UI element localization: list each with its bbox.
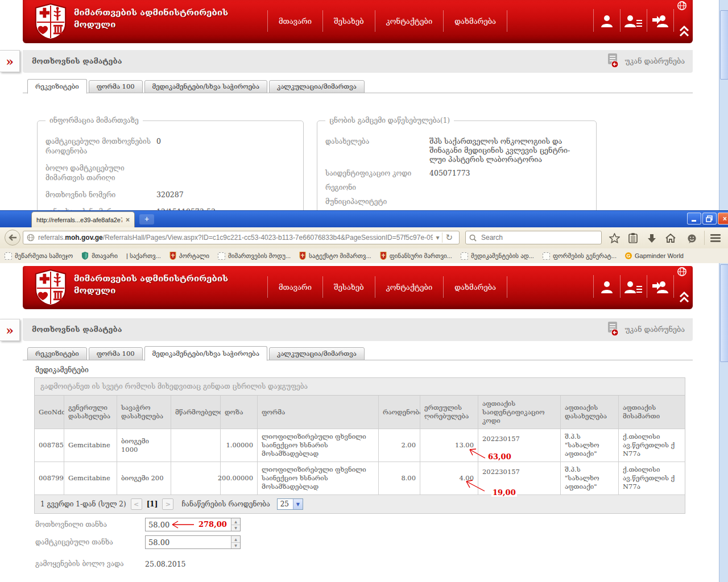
back-button[interactable]: უკან დაბრუნება — [607, 322, 685, 336]
nav-contacts[interactable]: კონტაქტები — [375, 276, 444, 298]
nav-contacts[interactable]: კონტაქტები — [375, 10, 444, 32]
globe-icon[interactable] — [676, 1, 688, 13]
spinner-control[interactable]: ▲▼ — [231, 536, 240, 548]
col-header[interactable]: დოზა — [221, 396, 258, 429]
expand-sidebar-button[interactable]: » — [0, 319, 20, 341]
bookmark-item[interactable]: მეწარმეთა სამიეჯო — [5, 252, 73, 260]
profile-icon[interactable] — [593, 275, 621, 298]
close-button[interactable]: × — [718, 213, 728, 225]
col-header[interactable]: აფთიაქის დასახელება — [561, 396, 619, 429]
col-header[interactable]: მწარმოებელი — [171, 396, 221, 429]
collapse-header-icon[interactable] — [679, 25, 690, 39]
logout-icon[interactable] — [647, 9, 674, 32]
app-title-line2: მოდული — [74, 19, 228, 31]
bookmark-item[interactable]: GGapminder World — [625, 252, 684, 259]
browser-titlebar[interactable]: http://referrals...e39-afe8afa2e732 × + … — [0, 210, 728, 228]
col-header[interactable]: ერთეულის ღირებულება — [420, 396, 478, 429]
section-bar: მოთხოვნის დამატება უკან დაბრუნება — [23, 50, 693, 73]
spin-up-icon[interactable]: ▲ — [231, 518, 240, 525]
globe-icon[interactable] — [676, 267, 688, 278]
tab-form100[interactable]: ფორმა 100 — [89, 80, 143, 93]
bookmark-star-icon[interactable] — [607, 232, 621, 244]
col-header[interactable]: სავაჭრო დასახელება — [117, 396, 171, 429]
downloads-icon[interactable] — [645, 232, 659, 244]
logout-icon[interactable] — [647, 275, 674, 298]
nav-home[interactable]: მთავარი — [267, 276, 323, 298]
pager-prev-button[interactable]: < — [131, 498, 142, 510]
user-list-icon[interactable] — [621, 9, 647, 32]
new-tab-button[interactable]: + — [139, 214, 154, 225]
table-cell: ბიოგემი 200 — [117, 462, 171, 495]
tab-content-divider — [23, 93, 693, 93]
gapminder-icon: G — [625, 252, 632, 259]
table-cell — [171, 462, 221, 495]
search-bar[interactable] — [465, 231, 602, 244]
pager-current-page[interactable]: [1] — [147, 500, 158, 508]
table-cell: 202230157 — [478, 462, 561, 495]
pager-next-button[interactable]: > — [162, 498, 173, 510]
bookmark-item[interactable]: მიმართვების მოდუ... — [218, 252, 291, 260]
moh-logo[interactable] — [33, 3, 68, 42]
approved-amount-input[interactable] — [146, 536, 231, 548]
tab-medications[interactable]: მედიკამენტები/სხვა საჭიროება — [144, 80, 267, 93]
nav-home[interactable]: მთავარი — [267, 10, 323, 32]
url-text[interactable]: referrals.moh.gov.ge/ReferralsHall/Pages… — [38, 234, 433, 242]
home-icon[interactable] — [664, 232, 677, 244]
url-bar[interactable]: referrals.moh.gov.ge/ReferralsHall/Pages… — [23, 231, 460, 244]
tab-requisites[interactable]: რეკვიზიტები — [27, 79, 87, 94]
col-header[interactable]: ფორმა — [258, 396, 379, 429]
back-nav-icon[interactable] — [5, 230, 20, 246]
page-size-select[interactable]: 25 ▼ — [277, 498, 303, 510]
spin-down-icon[interactable]: ▼ — [231, 543, 240, 549]
annotation-requested-total: 278,00 — [197, 520, 228, 529]
col-header[interactable]: რაოდენობა — [379, 396, 420, 429]
bookmark-item[interactable]: | საქართვ... — [126, 252, 161, 260]
minimize-button[interactable] — [687, 213, 701, 225]
col-header[interactable]: აფთიაქის საიდენტიფიკაციო კოდი — [478, 396, 561, 429]
page-scrollbar[interactable] — [719, 0, 728, 210]
tab-requisites[interactable]: რეკვიზიტები — [27, 347, 87, 360]
restore-button[interactable] — [702, 213, 717, 225]
page-title: მოთხოვნის დამატება — [32, 57, 122, 65]
col-header[interactable]: აფთიაქის მისამართი — [619, 396, 685, 429]
table-cell: 4.00 — [420, 462, 478, 495]
spin-down-icon[interactable]: ▼ — [231, 525, 240, 531]
bookmarks-panel-icon[interactable] — [626, 232, 640, 244]
profile-icon[interactable] — [593, 9, 621, 32]
feedback-smiley-icon[interactable] — [685, 232, 698, 244]
bookmark-item[interactable]: ფორმების გენერატ... — [543, 252, 617, 260]
user-list-icon[interactable] — [621, 275, 647, 298]
col-header[interactable]: GeoNdc — [35, 396, 64, 429]
search-input[interactable] — [480, 233, 598, 242]
tab-form100[interactable]: ფორმა 100 — [89, 347, 143, 360]
col-header[interactable]: გენერიული დასახელება — [64, 396, 117, 429]
field-label: ბოლო დამტკიცებული მიმართვის თარიღი — [46, 164, 156, 183]
tab-calculation[interactable]: კალკულაცია/მიმართვა — [269, 347, 365, 360]
site-header: მიმართვების ადმინისტრირების მოდული მთავა… — [23, 0, 693, 43]
spin-up-icon[interactable]: ▲ — [231, 536, 240, 543]
tab-calculation[interactable]: კალკულაცია/მიმართვა — [269, 80, 365, 93]
expand-sidebar-button[interactable]: » — [0, 50, 20, 72]
spinner-control[interactable]: ▲▼ — [231, 518, 240, 531]
browser-tab[interactable]: http://referrals...e39-afe8afa2e732 × — [31, 211, 135, 227]
tab-medications[interactable]: მედიკამენტები/სხვა საჭიროება — [144, 346, 267, 361]
moh-logo[interactable] — [33, 269, 68, 308]
back-button[interactable]: უკან დაბრუნება — [607, 53, 685, 68]
main-nav: მთავარი შესახებ კონტაქტები დახმარება — [267, 10, 507, 32]
bookmark-item[interactable]: სატექსტო მიმართვ... — [299, 252, 371, 260]
url-dropdown-icon[interactable]: ▾ — [433, 234, 442, 242]
nav-about[interactable]: შესახებ — [323, 10, 375, 32]
bookmark-item[interactable]: მედიკამენტების ად... — [461, 252, 534, 260]
bookmark-item[interactable]: მთავარი — [81, 252, 118, 260]
collapse-header-icon[interactable] — [679, 291, 690, 305]
bookmark-item[interactable]: პორტალი — [169, 252, 209, 260]
browser-scrollbar[interactable] — [719, 263, 728, 582]
reload-icon[interactable]: ↻ — [442, 232, 456, 243]
tab-close-icon[interactable]: × — [126, 217, 130, 223]
menu-hamburger-icon[interactable] — [709, 232, 722, 244]
nav-help[interactable]: დახმარება — [444, 276, 507, 298]
back-button-label: უკან დაბრუნება — [625, 57, 685, 65]
bookmark-item[interactable]: ფინანსური მართვი... — [380, 252, 452, 260]
nav-help[interactable]: დახმარება — [444, 10, 507, 32]
nav-about[interactable]: შესახებ — [323, 276, 375, 298]
